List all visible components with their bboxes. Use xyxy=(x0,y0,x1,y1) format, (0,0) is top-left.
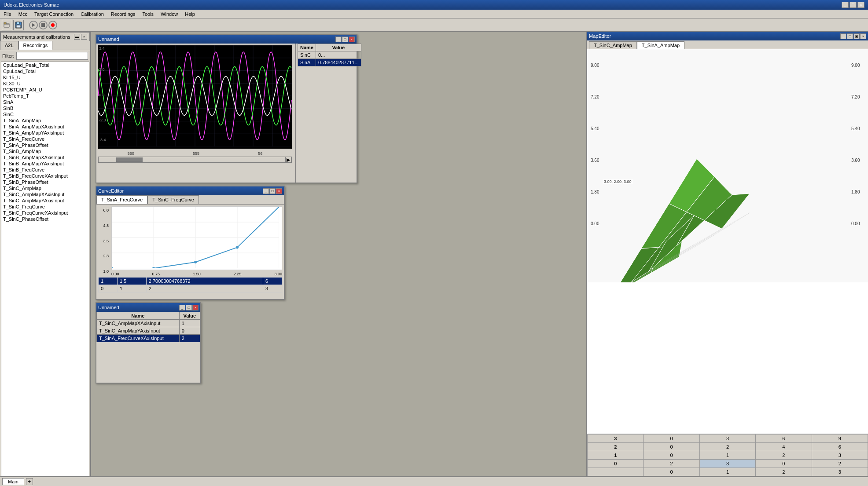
main-area: Measurements and calibrations ▬ × A2L Re… xyxy=(0,32,868,476)
osc-maximize[interactable]: □ xyxy=(342,37,348,42)
panel-restore-btn[interactable]: ▬ xyxy=(74,34,80,40)
toolbar-record-start[interactable] xyxy=(29,21,38,29)
curve-tab-sina[interactable]: T_SinA_FreqCurve xyxy=(96,195,147,204)
toolbar xyxy=(0,18,868,32)
curve-data-row-2[interactable]: 0 1 2 3 xyxy=(99,285,282,292)
curve-tab-sinc[interactable]: T_SinC_FreqCurve xyxy=(147,195,199,204)
tab-recordings[interactable]: Recordings xyxy=(18,41,53,50)
list-item[interactable]: T_SinC_AmpMapYAxisInput xyxy=(1,197,89,204)
osc-row-sina[interactable]: SinA 0.788440287711... xyxy=(298,59,361,66)
list-item[interactable]: T_SinA_AmpMap xyxy=(1,117,89,124)
list-item[interactable]: T_SinB_FreqCurveXAxisInput xyxy=(1,173,89,179)
list-item[interactable]: T_SinC_FreqCurveXAxisInput xyxy=(1,210,89,216)
list-item[interactable]: KL30_U xyxy=(1,80,89,87)
menu-mcc[interactable]: Mcc xyxy=(15,11,31,18)
list-item[interactable]: PCBTEMP_AN_U xyxy=(1,87,89,93)
menu-window[interactable]: Window xyxy=(157,11,181,18)
toolbar-record-red[interactable] xyxy=(48,21,57,29)
map-val-0-3[interactable]: 2 xyxy=(812,460,868,468)
list-item[interactable]: T_SinB_AmpMapYAxisInput xyxy=(1,161,89,167)
list-item[interactable]: T_SinA_AmpMapYAxisInput xyxy=(1,130,89,136)
list-item[interactable]: SinC xyxy=(1,111,89,117)
curve-minimize[interactable]: _ xyxy=(263,188,269,194)
status-tab-main[interactable]: Main xyxy=(2,478,24,485)
list-item[interactable]: CpuLoad_Total xyxy=(1,68,89,74)
menu-tools[interactable]: Tools xyxy=(139,11,157,18)
title-bar-controls: _ □ × xyxy=(842,2,864,8)
status-plus-button[interactable]: + xyxy=(26,478,33,485)
map-restore[interactable]: ▣ xyxy=(853,33,860,39)
menu-calibration[interactable]: Calibration xyxy=(77,11,107,18)
list-item[interactable]: PcbTemp_T xyxy=(1,93,89,99)
osc-title: Unnamed xyxy=(98,37,119,42)
list-item[interactable]: T_SinB_FreqCurve xyxy=(1,167,89,173)
menu-target-connection[interactable]: Target Connection xyxy=(31,11,77,18)
list-item[interactable]: CpuLoad_Peak_Total xyxy=(1,62,89,68)
map-val-2-0[interactable]: 0 xyxy=(644,443,699,451)
map-val-1-1[interactable]: 1 xyxy=(699,451,755,460)
curve-maximize[interactable]: □ xyxy=(269,188,276,194)
tab-a2l[interactable]: A2L xyxy=(0,41,18,50)
small-row-2[interactable]: T_SinC_AmpMapYAxisInput 0 xyxy=(97,327,200,335)
map-maximize[interactable]: □ xyxy=(847,33,853,39)
map-val-1-0[interactable]: 0 xyxy=(644,451,699,460)
map-val-2-1[interactable]: 2 xyxy=(699,443,755,451)
panel-close-btn[interactable]: × xyxy=(81,34,87,40)
osc-scroll-right[interactable]: ▶ xyxy=(285,157,291,163)
minimize-button[interactable]: _ xyxy=(842,2,849,8)
menu-file[interactable]: File xyxy=(0,11,15,18)
osc-row-sinc[interactable]: SinC 0... xyxy=(298,51,361,59)
list-item[interactable]: SinA xyxy=(1,99,89,105)
maximize-button[interactable]: □ xyxy=(850,2,857,8)
map-val-0-2[interactable]: 0 xyxy=(756,460,812,468)
x-label-56: 56 xyxy=(258,151,262,156)
list-item[interactable]: T_SinB_PhaseOffset xyxy=(1,179,89,185)
small-close[interactable]: × xyxy=(192,305,199,311)
list-item[interactable]: T_SinA_PhaseOffset xyxy=(1,142,89,148)
panel-title: Measurements and calibrations xyxy=(3,34,70,40)
map-label-2: 2 xyxy=(588,443,644,451)
menu-help[interactable]: Help xyxy=(181,11,199,18)
map-val-1-3[interactable]: 3 xyxy=(812,451,868,460)
map-minimize[interactable]: _ xyxy=(840,33,846,39)
map-val-1-2[interactable]: 2 xyxy=(756,451,812,460)
list-item[interactable]: KL15_U xyxy=(1,74,89,80)
osc-close[interactable]: × xyxy=(349,37,355,42)
list-item[interactable]: T_SinC_PhaseOffset xyxy=(1,216,89,222)
map-val-0-0[interactable]: 2 xyxy=(644,460,699,468)
menu-recordings[interactable]: Recordings xyxy=(107,11,139,18)
toolbar-open[interactable] xyxy=(2,20,12,30)
list-item[interactable]: T_SinB_AmpMap xyxy=(1,148,89,154)
list-item[interactable]: T_SinC_FreqCurve xyxy=(1,204,89,210)
map-val-2-2[interactable]: 4 xyxy=(756,443,812,451)
small-row-1[interactable]: T_SinC_AmpMapXAxisInput 1 xyxy=(97,320,200,327)
map-tab-sinc[interactable]: T_SinC_AmpMap xyxy=(589,41,637,49)
curve-c3-1: 2.70000004768372 xyxy=(146,278,263,285)
map-val-2-3[interactable]: 6 xyxy=(812,443,868,451)
map-tab-sina[interactable]: T_SinA_AmpMap xyxy=(637,41,684,49)
osc-minimize[interactable]: _ xyxy=(335,37,342,42)
list-item[interactable]: T_SinA_FreqCurve xyxy=(1,136,89,142)
list-item[interactable]: T_SinA_AmpMapXAxisInput xyxy=(1,124,89,130)
small-row-3[interactable]: T_SinA_FreqCurveXAxisInput 2 xyxy=(97,335,200,342)
list-item[interactable]: T_SinB_AmpMapXAxisInput xyxy=(1,154,89,161)
curve-data-row-1[interactable]: 1 1.5 2.70000004768372 6 xyxy=(99,278,282,285)
map-val-3-3[interactable]: 9 xyxy=(812,435,868,443)
map-close[interactable]: × xyxy=(860,33,866,39)
list-item[interactable]: T_SinC_AmpMap xyxy=(1,185,89,191)
close-button[interactable]: × xyxy=(857,2,864,8)
map-val-3-2[interactable]: 6 xyxy=(756,435,812,443)
small-maximize[interactable]: □ xyxy=(186,305,192,311)
curve-x-225: 2.25 xyxy=(234,272,242,276)
filter-input[interactable] xyxy=(16,52,88,60)
map-val-3-0[interactable]: 0 xyxy=(644,435,699,443)
map-val-0-1[interactable]: 3 xyxy=(699,460,755,468)
list-item[interactable]: SinB xyxy=(1,105,89,111)
y-label-4: -2.0 xyxy=(99,118,106,122)
small-minimize[interactable]: _ xyxy=(179,305,185,311)
list-item[interactable]: T_SinC_AmpMapXAxisInput xyxy=(1,191,89,197)
curve-close[interactable]: × xyxy=(276,188,282,194)
toolbar-save[interactable] xyxy=(13,20,24,30)
toolbar-record-stop[interactable] xyxy=(39,21,48,29)
map-val-3-1[interactable]: 3 xyxy=(699,435,755,443)
